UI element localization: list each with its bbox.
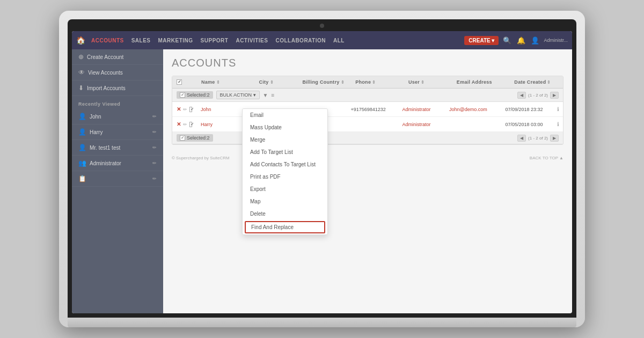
dropdown-item-export[interactable]: Export	[243, 183, 327, 195]
th-billing: Billing Country ⇕	[298, 76, 352, 88]
th-phone: Phone ⇕	[351, 76, 404, 88]
nav-item-collaboration[interactable]: COLLABORATION	[272, 38, 330, 43]
list-view-icon[interactable]: ≡	[271, 92, 274, 98]
powered-by-label: © Supercharged by SuiteCRM	[172, 156, 230, 160]
td-info-john: ℹ	[553, 104, 563, 114]
nav-item-all[interactable]: ALL	[330, 38, 348, 43]
sidebar-item-mr-test1[interactable]: 👤 Mr. test1 test ✏	[72, 140, 163, 156]
bulk-action-button[interactable]: BULK ACTION ▾	[216, 91, 260, 99]
create-button[interactable]: CREATE ▾	[464, 36, 499, 45]
bell-icon[interactable]: 🔔	[516, 35, 526, 46]
pagination-info-text-top: (1 - 2 of 2)	[528, 93, 548, 98]
table-row: ✕ ✏ John +917569841232 Administrator	[172, 102, 563, 117]
edit-icon-john[interactable]: ✏	[152, 114, 157, 119]
contact-icon-harry: 👤	[78, 128, 86, 136]
sidebar-item-harry[interactable]: 👤 Harry ✏	[72, 124, 163, 140]
td-user-harry[interactable]: Administrator	[398, 120, 445, 129]
sort-icon-phone[interactable]: ⇕	[372, 80, 376, 85]
sidebar-item-view-accounts[interactable]: 👁 View Accounts	[72, 65, 163, 80]
edit-icon-test1[interactable]: ✏	[152, 145, 157, 150]
accounts-table: Name ⇕ City ⇕ Billing Country ⇕	[172, 76, 564, 145]
edit-icon-docs[interactable]: ✏	[152, 176, 157, 181]
nav-item-activities[interactable]: ACTIVITIES	[232, 38, 272, 43]
screen-bezel: 🏠 ACCOUNTS SALES MARKETING SUPPORT ACTIV…	[68, 19, 576, 318]
admin-label: Administr...	[544, 38, 568, 43]
td-date-john: 07/09/2018 23:32	[501, 105, 553, 114]
back-to-top-link[interactable]: BACK TO TOP ▲	[530, 156, 564, 160]
row-actions-harry: ✕ ✏	[177, 121, 192, 127]
create-account-label: Create Account	[87, 54, 123, 60]
sort-icon-billing[interactable]: ⇕	[341, 80, 345, 85]
td-user-john[interactable]: Administrator	[398, 105, 445, 114]
info-icon-john[interactable]: ℹ	[557, 106, 559, 112]
harry-label: Harry	[90, 129, 103, 135]
dropdown-item-find-replace[interactable]: Find And Replace	[245, 221, 325, 233]
laptop-base	[68, 318, 576, 327]
sidebar-item-administrator[interactable]: 👥 Administrator ✏	[72, 156, 163, 171]
th-city: City ⇕	[254, 76, 298, 88]
th-user: User ⇕	[404, 76, 452, 88]
john-label: John	[90, 114, 101, 120]
top-nav: 🏠 ACCOUNTS SALES MARKETING SUPPORT ACTIV…	[72, 31, 572, 49]
user-icon[interactable]: 👤	[530, 35, 540, 46]
sort-icon-date[interactable]: ⇕	[547, 80, 551, 85]
sidebar-item-import-accounts[interactable]: ⬇ Import Accounts	[72, 80, 163, 96]
doc-icon: 📋	[78, 175, 86, 182]
screen: 🏠 ACCOUNTS SALES MARKETING SUPPORT ACTIV…	[72, 31, 572, 313]
laptop-shell: 🏠 ACCOUNTS SALES MARKETING SUPPORT ACTIV…	[59, 11, 585, 327]
td-check-harry: ✕ ✏	[172, 119, 196, 129]
contact-icon-john: 👤	[78, 113, 86, 120]
dropdown-item-add-target[interactable]: Add To Target List	[243, 146, 327, 158]
info-icon-harry[interactable]: ℹ	[557, 121, 559, 127]
select-all-checkbox[interactable]	[177, 79, 182, 85]
th-email: Email Address	[452, 76, 510, 88]
dropdown-item-email[interactable]: Email	[243, 109, 327, 121]
app: 🏠 ACCOUNTS SALES MARKETING SUPPORT ACTIV…	[72, 31, 572, 313]
eye-icon: 👁	[78, 69, 85, 76]
delete-harry-icon[interactable]: ✕	[177, 121, 181, 127]
next-btn-top[interactable]: ▶	[550, 92, 559, 99]
content-area: ▷ ACCOUNTS Name ⇕	[163, 49, 572, 313]
row-checkbox-john[interactable]	[189, 107, 192, 112]
th-name: Name ⇕	[197, 76, 255, 88]
edit-harry-icon[interactable]: ✏	[183, 122, 187, 127]
selected-badge-bottom: Selected:2	[177, 134, 213, 142]
selected-checkbox-top[interactable]	[180, 92, 185, 98]
dropdown-item-delete[interactable]: Delete	[243, 208, 327, 220]
td-email-harry	[445, 122, 501, 127]
nav-item-accounts[interactable]: ACCOUNTS	[87, 38, 128, 43]
table-row: ✕ ✏ Harry Administrator	[172, 117, 563, 132]
dropdown-item-add-contacts[interactable]: Add Contacts To Target List	[243, 158, 327, 171]
mr-test1-label: Mr. test1 test	[90, 145, 120, 151]
dropdown-item-map[interactable]: Map	[243, 195, 327, 208]
edit-john-icon[interactable]: ✏	[183, 107, 187, 112]
dropdown-item-merge[interactable]: Merge	[243, 134, 327, 146]
delete-john-icon[interactable]: ✕	[177, 106, 181, 112]
td-email-john[interactable]: John@demo.com	[445, 105, 501, 114]
th-check	[172, 76, 197, 88]
import-accounts-label: Import Accounts	[87, 85, 126, 91]
selected-checkbox-bottom[interactable]	[180, 135, 185, 141]
sidebar-item-docs[interactable]: 📋 ✏	[72, 171, 163, 187]
edit-icon-admin[interactable]: ✏	[152, 160, 157, 166]
row-checkbox-harry[interactable]	[189, 122, 192, 127]
dropdown-item-print-pdf[interactable]: Print as PDF	[243, 171, 327, 183]
prev-btn-bottom[interactable]: ◀	[517, 135, 526, 142]
edit-icon-harry[interactable]: ✏	[152, 129, 157, 135]
pagination-info-text-bottom: (1 - 2 of 2)	[528, 136, 548, 141]
nav-right: CREATE ▾ 🔍 🔔 👤 Administr...	[464, 35, 568, 46]
sidebar-item-john[interactable]: 👤 John ✏	[72, 109, 163, 124]
nav-item-marketing[interactable]: MARKETING	[155, 38, 197, 43]
home-icon[interactable]: 🏠	[76, 36, 85, 45]
sort-icon-user[interactable]: ⇕	[421, 80, 425, 85]
prev-btn-top[interactable]: ◀	[517, 92, 526, 99]
sort-icon-city[interactable]: ⇕	[270, 80, 274, 85]
next-btn-bottom[interactable]: ▶	[550, 135, 559, 142]
sidebar-item-create-account[interactable]: ⊕ Create Account	[72, 49, 163, 65]
dropdown-item-mass-update[interactable]: Mass Update	[243, 121, 327, 134]
nav-item-sales[interactable]: SALES	[128, 38, 155, 43]
filter-icon[interactable]: ▼	[263, 92, 268, 98]
search-icon[interactable]: 🔍	[502, 35, 513, 46]
nav-item-support[interactable]: SUPPORT	[197, 38, 232, 43]
sort-icon-name[interactable]: ⇕	[216, 80, 220, 85]
